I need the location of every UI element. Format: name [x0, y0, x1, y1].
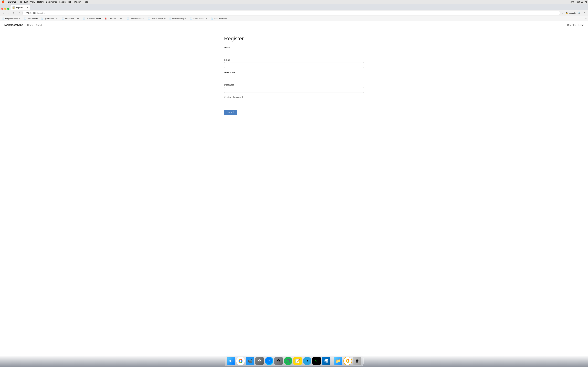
menubar-help[interactable]: Help — [84, 1, 88, 3]
bookmark-icon: 📄 — [127, 17, 129, 20]
nav-login-link[interactable]: Login — [579, 24, 584, 26]
tab-title: Register — [16, 6, 26, 9]
bookmark-label: CRACKING GOOG... — [107, 18, 125, 20]
browser-chrome: 🔒 Register × + ‹ › ↻ ⌂ ☆ 🕵 Incognito 🔍 ⋮… — [0, 4, 588, 21]
email-field-group: Email — [224, 59, 364, 68]
bookmark-label: :: Git Cheatsheet — [214, 18, 227, 20]
menubar-people[interactable]: People — [59, 1, 66, 3]
menubar: 🍎 Chrome File Edit View History Bookmark… — [0, 0, 588, 4]
app-nav-links: Home About — [27, 24, 567, 26]
confirm-password-label: Confirm Password — [224, 96, 364, 99]
nav-home-link[interactable]: Home — [27, 24, 33, 26]
bookmark-item[interactable]: 📄 Longest subseque... — [1, 17, 23, 20]
app-nav-right: Register Login — [567, 24, 584, 26]
bookmark-icon: 📄 — [190, 17, 192, 20]
back-button[interactable]: ‹ — [1, 11, 6, 15]
app-brand: TaskMasterApp — [4, 24, 23, 26]
menubar-edit[interactable]: Edit — [24, 1, 28, 3]
password-label: Password — [224, 83, 364, 86]
tab-bar: 🔒 Register × + — [0, 4, 588, 10]
name-field-group: Name — [224, 46, 364, 55]
bookmark-label: Introduction - GitB... — [65, 18, 81, 20]
menubar-window[interactable]: Window — [74, 1, 81, 3]
menubar-file[interactable]: File — [18, 1, 22, 3]
bookmark-item[interactable]: 📄 EqualizerPro - Mu... — [40, 17, 61, 20]
incognito-icon: 🕵 — [566, 12, 568, 14]
address-bar: ‹ › ↻ ⌂ ☆ 🕵 Incognito 🔍 ⋮ — [0, 10, 588, 17]
bookmark-item[interactable]: 📕 CRACKING GOOG... — [104, 17, 126, 20]
tab-close-button[interactable]: × — [27, 6, 28, 9]
tab-favicon: 🔒 — [12, 6, 15, 9]
nav-register-link[interactable]: Register — [567, 24, 576, 26]
bookmark-icon: 📄 — [62, 17, 64, 20]
bookmark-star-button[interactable]: ☆ — [561, 11, 565, 15]
page-title: Register — [224, 35, 364, 42]
bookmark-icon: 📄 — [41, 17, 43, 20]
menubar-right: 73% Tue 8:23 PM — [570, 1, 587, 3]
bookmark-icon: 📄 — [169, 17, 172, 20]
username-field-group: Username — [224, 71, 364, 80]
bookmark-item[interactable]: 📄 Introduction - GitB... — [61, 17, 82, 20]
bookmarks-more-button[interactable]: » — [585, 17, 587, 20]
bookmark-icon: 📄 — [2, 17, 5, 20]
bookmark-icon: 📄 — [24, 17, 26, 20]
window-controls — [1, 8, 9, 10]
bookmark-item[interactable]: 📄 JavaScript: What t... — [82, 17, 103, 20]
name-label: Name — [224, 46, 364, 49]
name-input[interactable] — [224, 50, 364, 55]
menubar-items: File Edit View History Bookmarks People … — [18, 1, 88, 3]
bookmark-label: Longest subseque... — [5, 18, 21, 20]
more-options-button[interactable]: ⋮ — [582, 11, 587, 15]
menubar-app-name[interactable]: Chrome — [8, 1, 16, 3]
reload-button[interactable]: ↻ — [12, 11, 17, 15]
username-input[interactable] — [224, 75, 364, 80]
bookmark-label: GSoC is easy if yo... — [151, 18, 167, 20]
bookmark-label: JavaScript: What t... — [86, 18, 102, 20]
bookmark-item[interactable]: 📄 Doc Converter — [23, 17, 39, 20]
bookmark-item[interactable]: 📄 :: Git Cheatsheet — [210, 17, 228, 20]
bookmark-item[interactable]: 📄 GSoC is easy if yo... — [147, 17, 168, 20]
bookmark-label: Resources to lear... — [130, 18, 146, 20]
email-input[interactable] — [224, 62, 364, 68]
active-tab[interactable]: 🔒 Register × — [10, 5, 30, 10]
menubar-battery: 73% — [570, 1, 574, 3]
menubar-tab[interactable]: Tab — [68, 1, 71, 3]
incognito-label: Incognito — [569, 12, 576, 14]
incognito-badge: 🕵 Incognito — [566, 12, 576, 14]
home-button[interactable]: ⌂ — [17, 11, 22, 15]
menubar-history[interactable]: History — [37, 1, 44, 3]
register-form: Name Email Username Password Confirm Pas… — [224, 46, 364, 115]
bookmark-item[interactable]: 📄 Understanding th... — [168, 17, 189, 20]
menubar-view[interactable]: View — [30, 1, 35, 3]
nav-about-link[interactable]: About — [36, 24, 42, 26]
bookmark-icon: 📕 — [104, 17, 107, 20]
bookmarks-bar: 📄 Longest subseque... 📄 Doc Converter 📄 … — [0, 17, 588, 21]
bookmark-item[interactable]: 📄 remote repo :: Git... — [189, 17, 209, 20]
submit-button[interactable]: Submit — [224, 110, 237, 115]
confirm-password-input[interactable] — [224, 100, 364, 105]
close-window-button[interactable] — [1, 8, 3, 10]
menubar-bookmarks[interactable]: Bookmarks — [46, 1, 57, 3]
apple-menu-icon[interactable]: 🍎 — [1, 0, 5, 3]
forward-button[interactable]: › — [7, 11, 11, 15]
menubar-time: Tue 8:23 PM — [576, 1, 587, 3]
bookmark-label: Understanding th... — [172, 18, 188, 20]
address-right-icons: ☆ 🕵 Incognito 🔍 ⋮ — [561, 11, 587, 15]
bookmark-item[interactable]: 📄 Resources to lear... — [126, 17, 147, 20]
search-button[interactable]: 🔍 — [577, 11, 581, 15]
confirm-password-field-group: Confirm Password — [224, 96, 364, 105]
bookmark-icon: 📄 — [83, 17, 86, 20]
password-field-group: Password — [224, 83, 364, 93]
bookmark-label: EqualizerPro - Mu... — [44, 18, 60, 20]
bookmark-icon: 📄 — [148, 17, 150, 20]
minimize-window-button[interactable] — [4, 8, 6, 10]
app-navbar: TaskMasterApp Home About Register Login — [0, 21, 588, 29]
bookmark-label: remote repo :: Git... — [193, 18, 208, 20]
main-content: Register Name Email Username Password Co… — [220, 29, 368, 122]
password-input[interactable] — [224, 87, 364, 93]
maximize-window-button[interactable] — [7, 8, 9, 10]
username-label: Username — [224, 71, 364, 74]
new-tab-button[interactable]: + — [30, 6, 34, 10]
email-label: Email — [224, 59, 364, 61]
address-input[interactable] — [22, 11, 560, 15]
